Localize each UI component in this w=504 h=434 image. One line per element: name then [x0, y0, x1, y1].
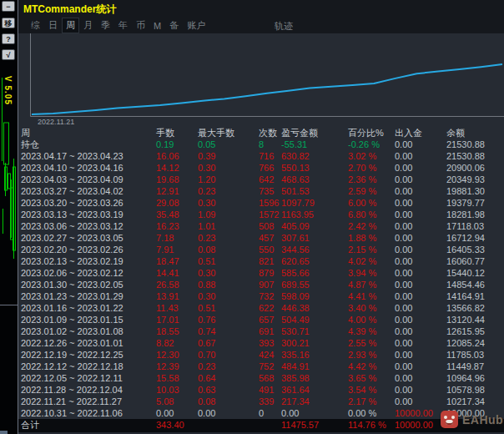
eahub-logo-icon: [441, 411, 458, 428]
table-row[interactable]: 2023.03.20 ~ 2023.03.2629.080.3015961097…: [18, 197, 504, 209]
table-row[interactable]: 2023.04.17 ~ 2023.04.2316.060.39716630.8…: [18, 150, 504, 162]
cell-pnl: 11475.57: [281, 419, 348, 432]
menu-item-M[interactable]: M: [150, 20, 164, 32]
cell-pnl: 405.09: [281, 220, 348, 232]
table-row[interactable]: 2022.11.28 ~ 2022.12.0410.030.63491361.6…: [18, 384, 504, 396]
period-menu: 综日周月季年币M备账户: [28, 18, 210, 33]
menu-item-综[interactable]: 综: [28, 18, 43, 33]
cell-balance: 10217.34: [446, 396, 504, 407]
cell-pnl: 530.71: [281, 326, 348, 337]
cell-balance: 19881.30: [446, 185, 504, 197]
cell-balance: 10964.96: [446, 372, 504, 384]
table-row[interactable]: 2022.12.05 ~ 2022.12.1115.580.64568385.9…: [18, 372, 504, 384]
table-row[interactable]: 2022.12.12 ~ 2022.12.1812.390.23752484.9…: [18, 361, 504, 372]
cell-balance: 21530.88: [446, 139, 504, 150]
table-row[interactable]: 2023.02.20 ~ 2023.02.267.910.08550344.56…: [18, 244, 504, 255]
menu-item-track[interactable]: 轨迹: [271, 19, 296, 33]
cell-lots: 18.55: [156, 326, 198, 337]
cell-period: 持仓: [21, 139, 156, 150]
table-row[interactable]: 2023.04.10 ~ 2023.04.1614.120.30766550.1…: [18, 162, 504, 174]
cell-max_lots: 0.67: [198, 337, 259, 349]
cell-max_lots: 0.30: [198, 290, 259, 302]
menu-item-年[interactable]: 年: [115, 18, 131, 33]
table-row[interactable]: 2023.01.09 ~ 2023.01.1517.010.76657504.4…: [18, 314, 504, 326]
cell-period: 2023.03.27 ~ 2023.04.02: [21, 185, 156, 197]
cell-inout: 0.00: [395, 150, 446, 162]
cell-pnl: 344.56: [281, 244, 348, 255]
cell-lots: 14.12: [156, 162, 198, 174]
table-row[interactable]: 2023.02.13 ~ 2023.02.1918.470.51821620.6…: [18, 255, 504, 267]
minimize-button[interactable]: −: [2, 1, 15, 12]
cell-inout: 0.00: [395, 361, 446, 372]
cell-balance: 12615.95: [446, 326, 504, 337]
cell-balance: 15440.12: [446, 267, 504, 279]
cell-balance: 20349.93: [446, 174, 504, 185]
menu-item-月[interactable]: 月: [80, 18, 96, 33]
cell-balance: 14164.91: [446, 290, 504, 302]
cell-balance: 11449.87: [446, 361, 504, 372]
cell-period: 2023.03.20 ~ 2023.03.26: [21, 197, 156, 209]
column-header: 百分比%: [348, 127, 395, 139]
cell-lots: 14.41: [156, 267, 198, 279]
cell-period: 2023.01.16 ~ 2023.01.22: [21, 302, 156, 314]
cell-trades: 732: [259, 290, 281, 302]
cell-lots: 12.91: [156, 185, 198, 197]
table-row[interactable]: 2023.04.03 ~ 2023.04.0919.681.20642468.6…: [18, 174, 504, 185]
table-row[interactable]: 2022.10.31 ~ 2022.11.060.000.0000.000.00…: [18, 407, 504, 419]
table-row[interactable]: 2023.03.13 ~ 2023.03.1935.481.0915721163…: [18, 209, 504, 220]
table-row[interactable]: 2023.03.06 ~ 2023.03.1216.231.01508405.0…: [18, 220, 504, 232]
menu-item-季[interactable]: 季: [98, 18, 113, 33]
cell-balance: 13566.82: [446, 302, 504, 314]
cell-max_lots: 0.63: [198, 384, 259, 396]
table-row[interactable]: 2023.01.23 ~ 2023.01.2913.910.30732598.0…: [18, 290, 504, 302]
cell-lots: 11.43: [156, 302, 198, 314]
cell-trades: 568: [259, 372, 281, 384]
help-button[interactable]: ?: [2, 33, 15, 44]
table-row[interactable]: 2022.11.21 ~ 2022.11.275.080.08339217.34…: [18, 396, 504, 407]
title-menu-bar: MTCommander统计 综日周月季年币M备账户 轨迹: [18, 0, 504, 33]
table-row[interactable]: 2023.02.06 ~ 2023.02.1214.410.30879585.6…: [18, 267, 504, 279]
table-row[interactable]: 2023.03.27 ~ 2023.04.0212.910.23735501.5…: [18, 185, 504, 197]
check-button[interactable]: √: [2, 49, 15, 60]
cell-lots: 18.47: [156, 255, 198, 267]
table-row[interactable]: 2023.01.16 ~ 2023.01.2211.430.51622446.3…: [18, 302, 504, 314]
total-row[interactable]: 合计343.4011475.57114.76 %10000.00: [18, 419, 504, 432]
equity-line: [32, 64, 502, 114]
cell-balance: 18281.98: [446, 209, 504, 220]
menu-item-周[interactable]: 周: [63, 18, 78, 33]
cell-inout: 0.00: [395, 384, 446, 396]
menu-item-币[interactable]: 币: [133, 18, 149, 33]
menu-item-账户[interactable]: 账户: [184, 18, 209, 33]
table-row[interactable]: 持仓0.190.058-55.31-0.26 %0.0021530.88: [18, 139, 504, 150]
cell-pct: 3.40 %: [348, 302, 395, 314]
cell-trades: 622: [259, 302, 281, 314]
table-row[interactable]: 2023.01.30 ~ 2023.02.0526.580.88907689.5…: [18, 279, 504, 290]
cell-inout: 0.00: [395, 396, 446, 407]
cell-inout: 0.00: [395, 185, 446, 197]
cell-balance: 12085.24: [446, 337, 504, 349]
cell-pnl: 335.16: [281, 349, 348, 361]
cell-pct: 1.88 %: [348, 232, 395, 244]
move-button[interactable]: 移: [2, 18, 15, 28]
cell-pct: 2.70 %: [348, 162, 395, 174]
cell-period: 2023.02.06 ~ 2023.02.12: [21, 267, 156, 279]
cell-inout: 0.00: [395, 255, 446, 267]
cell-inout: 0.00: [395, 372, 446, 384]
menu-item-备[interactable]: 备: [166, 18, 182, 33]
cell-lots: 16.23: [156, 220, 198, 232]
cell-pnl: 0.00: [281, 407, 348, 419]
menu-item-日[interactable]: 日: [45, 18, 61, 33]
cell-balance: 11785.03: [446, 349, 504, 361]
cell-pnl: 217.34: [281, 396, 348, 407]
cell-balance: 19379.77: [446, 197, 504, 209]
table-row[interactable]: 2023.01.02 ~ 2023.01.0818.550.74691530.7…: [18, 326, 504, 337]
cell-period: 2023.01.09 ~ 2023.01.15: [21, 314, 156, 326]
cell-pct: 4.39 %: [348, 326, 395, 337]
table-row[interactable]: 2022.12.19 ~ 2022.12.2512.300.70424335.1…: [18, 349, 504, 361]
cell-pnl: 630.82: [281, 150, 348, 162]
table-row[interactable]: 2022.12.26 ~ 2023.01.018.820.67393300.21…: [18, 337, 504, 349]
cell-pnl: 501.53: [281, 185, 348, 197]
cell-pnl: 585.66: [281, 267, 348, 279]
table-row[interactable]: 2023.02.27 ~ 2023.03.057.180.23457307.61…: [18, 232, 504, 244]
cell-pnl: 689.55: [281, 279, 348, 290]
